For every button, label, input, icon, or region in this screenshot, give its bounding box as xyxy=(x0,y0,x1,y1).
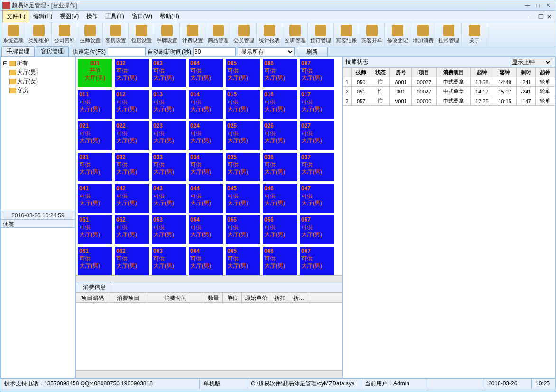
tab-consume-info[interactable]: 消费信息 xyxy=(78,282,111,292)
hand-card-006[interactable]: 006可供大厅(男) xyxy=(263,59,297,87)
hand-card-005[interactable]: 005可供大厅(男) xyxy=(226,59,260,87)
toolbar-btn-13[interactable]: 宾客结账 xyxy=(334,22,359,47)
hand-card-041[interactable]: 041可供大厅(男) xyxy=(78,184,112,213)
mdi-restore-icon[interactable]: ❐ xyxy=(537,13,545,20)
toolbar-btn-10[interactable]: 统计报表 xyxy=(257,22,282,47)
display-filter-select[interactable]: 显示所有 xyxy=(238,47,295,56)
minimize-button[interactable]: — xyxy=(522,2,533,9)
hand-card-044[interactable]: 044可供大厅(男) xyxy=(189,184,223,213)
hand-card-051[interactable]: 051可供大厅(男) xyxy=(78,215,112,244)
hand-card-053[interactable]: 053可供大厅(男) xyxy=(152,215,186,244)
hand-card-045[interactable]: 045可供大厅(男) xyxy=(226,184,260,213)
tech-col[interactable]: 消费项目 xyxy=(436,68,470,77)
menu-0[interactable]: 文件(F) xyxy=(2,10,29,22)
tree-node-0[interactable]: 大厅(男) xyxy=(3,68,73,77)
toolbar-btn-16[interactable]: 增加消费 xyxy=(410,22,436,47)
toolbar-btn-7[interactable]: 计费设置 xyxy=(180,22,205,47)
hand-card-035[interactable]: 035可供大厅(男) xyxy=(226,153,260,181)
tech-col[interactable]: 起钟 xyxy=(471,68,493,77)
hand-card-023[interactable]: 023可供大厅(男) xyxy=(152,121,186,150)
tech-col[interactable]: 状态 xyxy=(371,68,390,77)
tech-col[interactable]: 剩时 xyxy=(516,68,536,77)
hand-card-034[interactable]: 034可供大厅(男) xyxy=(189,153,223,181)
toolbar-btn-14[interactable]: 宾客开单 xyxy=(359,22,385,47)
hand-card-054[interactable]: 054可供大厅(男) xyxy=(189,215,223,244)
hand-card-033[interactable]: 033可供大厅(男) xyxy=(152,153,186,181)
toolbar-btn-3[interactable]: 技师设置 xyxy=(77,22,103,47)
consume-col-2[interactable]: 消费时间 xyxy=(147,293,204,302)
refresh-interval-input[interactable] xyxy=(193,47,236,56)
consume-col-5[interactable]: 原始单价 xyxy=(242,293,270,302)
menu-1[interactable]: 编辑(E) xyxy=(29,11,56,22)
hand-card-004[interactable]: 004可供大厅(男) xyxy=(189,59,223,87)
hand-card-007[interactable]: 007可供大厅(男) xyxy=(300,59,334,87)
consume-col-3[interactable]: 数量 xyxy=(204,293,223,302)
note-body[interactable] xyxy=(1,228,75,378)
toolbar-btn-12[interactable]: 预订管理 xyxy=(308,22,334,47)
toolbar-btn-4[interactable]: 客房设置 xyxy=(103,22,129,47)
hand-card-057[interactable]: 057可供大厅(男) xyxy=(300,215,334,244)
tab-hand-cards[interactable]: 手牌管理 xyxy=(1,46,35,56)
toolbar-btn-5[interactable]: 包房设置 xyxy=(129,22,154,47)
consume-scrollbar[interactable] xyxy=(76,370,342,378)
tech-col[interactable]: 落钟 xyxy=(493,68,516,77)
hand-card-061[interactable]: 061可供大厅(男) xyxy=(78,247,112,275)
tree-root[interactable]: ⊟ 所有 xyxy=(3,59,73,68)
hand-card-001[interactable]: 001开单大厅(男) xyxy=(78,59,112,87)
hand-card-055[interactable]: 055可供大厅(男) xyxy=(226,215,260,244)
tech-col[interactable]: 项目 xyxy=(412,68,437,77)
consume-col-1[interactable]: 消费项目 xyxy=(109,293,147,302)
tree-node-1[interactable]: 大厅(女) xyxy=(3,77,73,86)
tech-row[interactable]: 1050忙A00100027中式桑拿13:5814:48-241轮单 xyxy=(343,77,555,87)
tech-col[interactable]: 起钟 xyxy=(536,68,555,77)
menu-4[interactable]: 工具(T) xyxy=(102,11,128,22)
toolbar-btn-18[interactable]: 关于 xyxy=(462,22,487,47)
hand-card-026[interactable]: 026可供大厅(男) xyxy=(263,121,297,150)
hand-card-015[interactable]: 015可供大厅(男) xyxy=(226,90,260,119)
toolbar-btn-2[interactable]: 公司资料 xyxy=(52,22,77,47)
hand-card-013[interactable]: 013可供大厅(男) xyxy=(152,90,186,119)
hand-card-031[interactable]: 031可供大厅(男) xyxy=(78,153,112,181)
hand-card-067[interactable]: 067可供大厅(男) xyxy=(300,247,334,275)
menu-5[interactable]: 窗口(W) xyxy=(128,11,156,22)
hand-card-027[interactable]: 027可供大厅(男) xyxy=(300,121,334,150)
hand-card-042[interactable]: 042可供大厅(男) xyxy=(115,184,149,213)
hand-card-043[interactable]: 043可供大厅(男) xyxy=(152,184,186,213)
menu-2[interactable]: 视图(V) xyxy=(56,11,83,22)
refresh-button[interactable]: 刷新 xyxy=(297,47,328,56)
toolbar-btn-11[interactable]: 交班管理 xyxy=(282,22,308,47)
hand-card-037[interactable]: 037可供大厅(男) xyxy=(300,153,334,181)
consume-col-6[interactable]: 折扣 xyxy=(270,293,289,302)
tech-col[interactable]: 技师 xyxy=(352,68,371,77)
hand-card-024[interactable]: 024可供大厅(男) xyxy=(189,121,223,150)
close-button[interactable]: ✕ xyxy=(543,2,554,9)
hand-card-065[interactable]: 065可供大厅(男) xyxy=(226,247,260,275)
hand-card-036[interactable]: 036可供大厅(男) xyxy=(263,153,297,181)
hand-card-046[interactable]: 046可供大厅(男) xyxy=(263,184,297,213)
mdi-close-icon[interactable]: ✕ xyxy=(545,13,554,20)
hand-card-056[interactable]: 056可供大厅(男) xyxy=(263,215,297,244)
hand-card-025[interactable]: 025可供大厅(男) xyxy=(226,121,260,150)
hand-card-052[interactable]: 052可供大厅(男) xyxy=(115,215,149,244)
menu-3[interactable]: 操作 xyxy=(83,11,102,22)
hand-card-016[interactable]: 016可供大厅(男) xyxy=(263,90,297,119)
tech-filter-select[interactable]: 显示上钟 xyxy=(510,58,552,66)
hand-card-011[interactable]: 011可供大厅(男) xyxy=(78,90,112,119)
toolbar-btn-1[interactable]: 类别维护 xyxy=(26,22,52,47)
maximize-button[interactable]: □ xyxy=(533,2,543,9)
toolbar-btn-8[interactable]: 商品管理 xyxy=(205,22,231,47)
consume-col-4[interactable]: 单位 xyxy=(223,293,242,302)
hand-card-021[interactable]: 021可供大厅(男) xyxy=(78,121,112,150)
horizontal-scrollbar[interactable] xyxy=(76,275,342,283)
hand-card-047[interactable]: 047可供大厅(男) xyxy=(300,184,334,213)
hand-card-002[interactable]: 002可供大厅(男) xyxy=(115,59,149,87)
toolbar-btn-0[interactable]: 系统选项 xyxy=(0,22,26,47)
hand-card-062[interactable]: 062可供大厅(男) xyxy=(115,247,149,275)
hand-card-064[interactable]: 064可供大厅(男) xyxy=(189,247,223,275)
toolbar-btn-6[interactable]: 手牌设置 xyxy=(154,22,180,47)
tech-row[interactable]: 3057忙V00100000中式桑拿17:2518:15-147轮单 xyxy=(343,96,555,106)
tab-rooms[interactable]: 客房管理 xyxy=(36,46,69,56)
hand-card-032[interactable]: 032可供大厅(男) xyxy=(115,153,149,181)
menu-6[interactable]: 帮助(H) xyxy=(156,11,183,22)
consume-col-7[interactable]: 折... xyxy=(289,293,308,302)
